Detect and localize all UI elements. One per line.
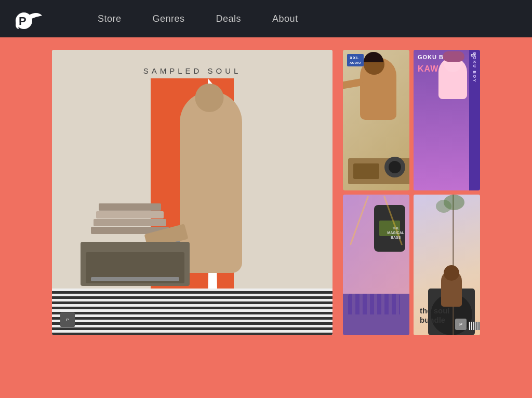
xxl-logo: XXLAUDIO [347,54,364,66]
nav-genres[interactable]: Genres [153,13,185,24]
featured-album[interactable]: SAMPLED SOUL P [52,50,332,335]
logo[interactable]: P [12,5,46,32]
grid-item-concert[interactable]: THEMAGICALBASS [343,195,409,335]
album-grid: XXLAUDIO GOKU BOY [343,50,480,335]
grid-item-soul-bundle[interactable]: the soulbundle P [414,195,480,335]
nav-deals[interactable]: Deals [216,13,242,24]
featured-album-title: SAMPLED SOUL [52,66,332,75]
grid-item-goku-kawaii[interactable]: GOKU BOY GOKU BOY KAWAII ck [414,50,480,190]
grid-item-xxl-audio[interactable]: XXLAUDIO [343,50,409,190]
navigation: P Store Genres Deals About [0,0,532,37]
featured-album-art: SAMPLED SOUL P [52,50,332,335]
svg-text:P: P [19,15,26,28]
album-logo-badge: P [60,312,75,327]
goku-side-text: GOKU BOY [469,50,480,190]
nav-store[interactable]: Store [98,13,122,24]
striped-floor [52,289,332,335]
main-content: SAMPLED SOUL P [0,37,532,398]
nav-about[interactable]: About [272,13,298,24]
nav-links: Store Genres Deals About [98,13,298,24]
soul-bundle-label: the soulbundle [420,306,450,325]
